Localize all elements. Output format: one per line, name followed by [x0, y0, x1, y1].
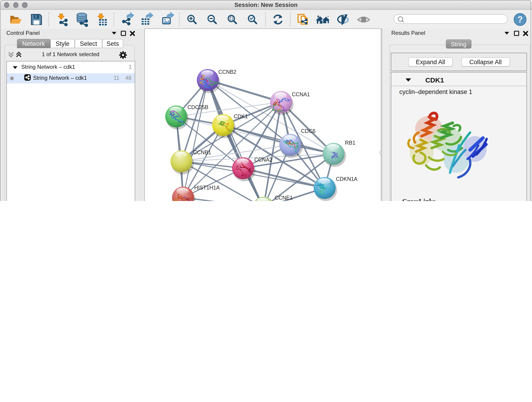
svg-text:1 of 1 Network selected: 1 of 1 Network selected [42, 51, 99, 57]
svg-text:CCNA1: CCNA1 [292, 91, 310, 97]
svg-text:?: ? [517, 15, 523, 24]
svg-text:CDK1: CDK1 [234, 114, 248, 119]
svg-text:HIST1H1A: HIST1H1A [194, 185, 220, 191]
svg-text:CCNB2: CCNB2 [218, 69, 236, 75]
svg-text:RB1: RB1 [345, 140, 355, 146]
svg-text:CCNE1: CCNE1 [274, 195, 293, 201]
svg-text:CDKN1A: CDKN1A [336, 176, 357, 182]
svg-text:CCNA2: CCNA2 [254, 157, 272, 163]
svg-text:CCNB1: CCNB1 [193, 149, 211, 155]
svg-text:CDC6: CDC6 [301, 128, 315, 134]
svg-text:CDC25B: CDC25B [187, 104, 208, 110]
